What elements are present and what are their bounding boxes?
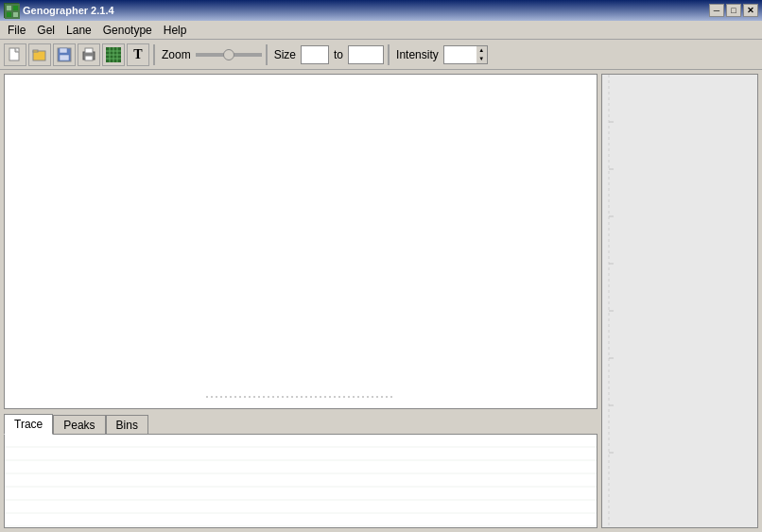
svg-rect-4 <box>13 12 18 17</box>
print-button[interactable] <box>78 43 100 66</box>
gel-dots <box>5 393 597 401</box>
intensity-input[interactable]: 10 <box>443 45 476 64</box>
menubar: File Gel Lane Genotype Help <box>0 21 762 40</box>
zoom-label: Zoom <box>162 48 191 61</box>
zoom-slider-container <box>196 53 262 57</box>
tab-strip: Trace Peaks Bins <box>4 413 597 434</box>
size-to-input[interactable]: 500 <box>348 45 384 64</box>
intensity-up-button[interactable]: ▲ <box>476 46 487 55</box>
tab-peaks[interactable]: Peaks <box>53 415 105 435</box>
menu-genotype[interactable]: Genotype <box>97 22 158 39</box>
new-button[interactable] <box>4 43 26 66</box>
svg-rect-13 <box>85 56 93 60</box>
size-from-input[interactable]: 0 <box>301 45 329 64</box>
menu-file[interactable]: File <box>2 22 31 39</box>
menu-lane[interactable]: Lane <box>61 22 97 39</box>
svg-rect-10 <box>60 55 69 60</box>
menu-help[interactable]: Help <box>158 22 193 39</box>
svg-rect-1 <box>7 6 11 10</box>
separator-1 <box>153 44 155 65</box>
text-button[interactable]: T <box>127 43 149 66</box>
separator-3 <box>388 44 390 65</box>
intensity-label: Intensity <box>396 48 439 61</box>
svg-rect-9 <box>60 48 67 53</box>
gel-view[interactable] <box>4 74 597 409</box>
gel-button[interactable] <box>102 43 125 66</box>
intensity-spinner: ▲ ▼ <box>476 45 488 64</box>
zoom-slider[interactable] <box>196 53 262 57</box>
right-ticks <box>604 75 614 527</box>
svg-rect-12 <box>85 48 93 53</box>
bottom-section: Trace Peaks Bins <box>4 413 597 528</box>
tab-content-trace <box>4 434 597 528</box>
svg-rect-23 <box>5 435 597 527</box>
open-button[interactable] <box>28 43 51 66</box>
save-button[interactable] <box>53 43 76 66</box>
svg-rect-2 <box>13 6 18 10</box>
separator-2 <box>266 44 268 65</box>
close-button[interactable]: ✕ <box>743 4 758 17</box>
maximize-button[interactable]: □ <box>726 4 741 17</box>
size-label: Size <box>274 48 296 61</box>
left-panel: Trace Peaks Bins <box>0 70 601 532</box>
tab-bins[interactable]: Bins <box>106 415 148 435</box>
svg-rect-3 <box>7 12 11 17</box>
right-gel-view[interactable] <box>601 74 758 528</box>
intensity-container: 10 ▲ ▼ <box>443 45 488 64</box>
window-controls: ─ □ ✕ <box>709 4 758 17</box>
svg-rect-5 <box>9 48 19 60</box>
app-icon <box>4 3 19 18</box>
toolbar: T Zoom Size 0 to 500 Intensity 10 ▲ ▼ <box>0 40 762 70</box>
titlebar: Genographer 2.1.4 ─ □ ✕ <box>0 0 762 21</box>
svg-rect-7 <box>33 50 38 52</box>
intensity-down-button[interactable]: ▼ <box>476 55 487 63</box>
menu-gel[interactable]: Gel <box>31 22 61 39</box>
app-title: Genographer 2.1.4 <box>23 5 709 16</box>
right-panel <box>601 70 762 532</box>
size-to-label: to <box>334 48 343 61</box>
minimize-button[interactable]: ─ <box>709 4 724 17</box>
main-content: Trace Peaks Bins <box>0 70 762 532</box>
tab-trace[interactable]: Trace <box>4 414 53 435</box>
